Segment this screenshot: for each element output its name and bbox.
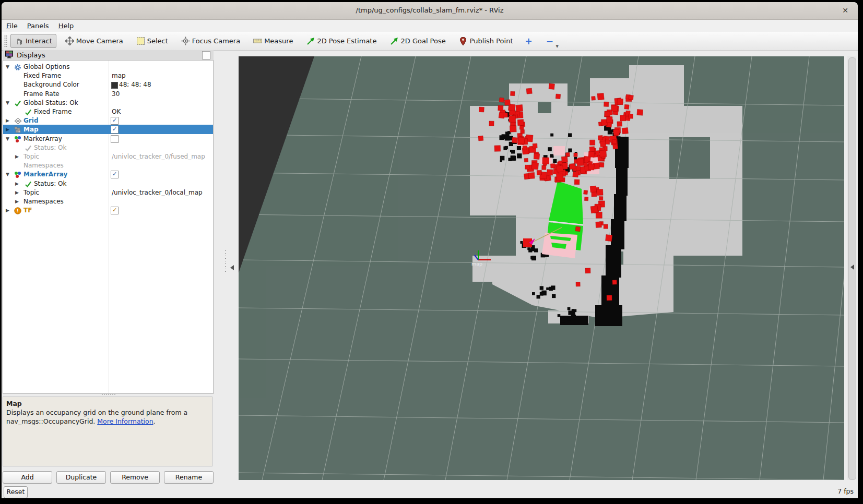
remove-button[interactable]: Remove	[110, 471, 160, 484]
occupied-cell	[552, 294, 555, 298]
property-value[interactable]: 48; 48; 48	[119, 81, 151, 88]
color-swatch	[111, 82, 118, 89]
keyframe-marker	[599, 162, 604, 167]
keyframe-marker	[589, 147, 595, 152]
occupied-cells	[616, 167, 628, 196]
menu-item-file[interactable]: File	[2, 21, 22, 31]
add-tool-button[interactable]: +	[522, 35, 535, 47]
expander-open-icon[interactable]: ▼	[6, 64, 9, 69]
occupied-cell	[505, 147, 507, 149]
expander-closed-icon[interactable]: ▶	[15, 190, 19, 195]
visibility-checkbox[interactable]: ✓	[111, 207, 119, 214]
keyframe-marker	[592, 96, 596, 100]
keyframe-marker	[550, 164, 555, 169]
tree-row-fixed-frame[interactable]: Fixed FrameOK	[3, 107, 213, 116]
tree-row-topic[interactable]: ▶Topic/univloc_tracker_0/local_map	[3, 188, 213, 197]
panel-float-button[interactable]	[202, 51, 210, 59]
tree-row-markerarray[interactable]: ▼MarkerArray✓	[3, 170, 213, 179]
map-hole	[538, 102, 551, 113]
keyframe-marker	[574, 153, 577, 157]
keyframe-marker	[557, 165, 563, 172]
panel-splitter[interactable]	[101, 393, 116, 396]
occupied-cell	[568, 149, 572, 152]
keyframe-marker	[604, 102, 609, 106]
tool-select[interactable]: Select	[132, 34, 172, 48]
expander-open-icon[interactable]: ▼	[6, 100, 9, 105]
tree-row-frame-rate[interactable]: Frame Rate30	[3, 89, 213, 99]
collapse-left-icon[interactable]	[230, 265, 234, 270]
tool-pose-estimate[interactable]: 2D Pose Estimate	[302, 34, 381, 48]
tree-row-grid[interactable]: ▶Grid✓	[3, 116, 213, 125]
keyframe-marker	[588, 164, 595, 170]
menu-item-help[interactable]: Help	[54, 21, 79, 31]
keyframe-marker	[584, 190, 588, 195]
visibility-checkbox[interactable]: ✓	[111, 117, 119, 125]
visibility-checkbox[interactable]: ✓	[111, 171, 119, 178]
keyframe-marker	[590, 186, 597, 193]
close-icon[interactable]: ✕	[840, 5, 850, 16]
occupied-cell	[520, 241, 523, 244]
duplicate-button[interactable]: Duplicate	[56, 471, 106, 484]
menu-item-panels[interactable]: Panels	[22, 21, 54, 31]
more-information-link[interactable]: More Information	[97, 417, 153, 425]
render-viewport[interactable]: map	[239, 56, 844, 480]
rename-button[interactable]: Rename	[164, 471, 214, 484]
tree-row-fixed-frame[interactable]: Fixed Framemap	[3, 71, 213, 80]
keyframe-marker	[565, 152, 570, 157]
tool-interact[interactable]: Interact	[10, 34, 56, 48]
select-icon	[136, 37, 145, 45]
tree-row-topic[interactable]: ▶Topic/univloc_tracker_0/fused_map	[3, 152, 213, 161]
tree-row-global-status-ok[interactable]: ▼Global Status: Ok	[3, 98, 213, 107]
expander-open-icon[interactable]: ▼	[6, 172, 9, 177]
tree-row-status-ok[interactable]: Status: Ok	[3, 143, 213, 152]
keyframe-marker	[611, 105, 618, 112]
add-button[interactable]: Add	[3, 471, 52, 484]
keyframe-marker	[590, 206, 598, 213]
display-actions: AddDuplicateRemoveRename	[3, 471, 214, 484]
property-value[interactable]: /univloc_tracker_0/fused_map	[112, 153, 205, 160]
expander-closed-icon[interactable]: ▶	[6, 118, 9, 123]
tree-row-map[interactable]: ▶Map✓	[3, 125, 213, 134]
tool-move-camera[interactable]: Move Camera	[61, 34, 127, 48]
expander-closed-icon[interactable]: ▶	[6, 127, 9, 132]
tree-row-namespaces[interactable]: ▶Namespaces	[3, 197, 213, 206]
expander-closed-icon[interactable]: ▶	[15, 154, 19, 159]
keyframe-marker	[624, 104, 629, 109]
toolbar-drag-handle[interactable]	[4, 35, 7, 47]
left-splitter-dots[interactable]	[224, 249, 227, 272]
remove-tool-button[interactable]: −▼	[543, 35, 557, 47]
expander-closed-icon[interactable]: ▶	[15, 199, 19, 204]
property-value[interactable]: map	[112, 72, 126, 79]
tree-row-namespaces[interactable]: Namespaces	[3, 161, 213, 170]
keyframe-marker	[525, 165, 529, 169]
expander-closed-icon[interactable]: ▶	[6, 208, 9, 213]
collapse-right-icon[interactable]	[850, 265, 854, 270]
displays-panel-title: Displays	[17, 51, 45, 59]
keyframe-marker	[557, 174, 563, 181]
property-value[interactable]: OK	[112, 108, 121, 115]
keyframe-marker	[510, 125, 516, 132]
tree-row-global-options[interactable]: ▼Global Options	[3, 62, 213, 71]
tool-goal-pose[interactable]: 2D Goal Pose	[385, 34, 450, 48]
tree-row-markerarray[interactable]: ▼MarkerArray	[3, 134, 213, 143]
property-value[interactable]: /univloc_tracker_0/local_map	[112, 189, 203, 196]
tree-row-status-ok[interactable]: ▶Status: Ok	[3, 179, 213, 188]
3d-scene[interactable]: map	[239, 56, 844, 480]
property-value[interactable]: 30	[112, 90, 120, 98]
expander-open-icon[interactable]: ▼	[6, 136, 9, 141]
tool-measure[interactable]: Measure	[249, 34, 297, 48]
visibility-checkbox[interactable]	[111, 135, 119, 143]
occupied-cell	[505, 136, 510, 140]
visibility-checkbox[interactable]: ✓	[111, 126, 119, 134]
tool-focus-camera[interactable]: Focus Camera	[177, 34, 244, 48]
tree-row-tf[interactable]: ▶!TF✓	[3, 206, 213, 215]
expander-closed-icon[interactable]: ▶	[15, 181, 19, 186]
keyframe-marker	[533, 143, 537, 148]
occupied-cell	[553, 159, 557, 163]
keyframe-marker	[607, 117, 613, 123]
tree-row-background-color[interactable]: Background Color48; 48; 48	[3, 80, 213, 89]
keyframe-marker	[479, 107, 484, 112]
reset-button[interactable]: Reset	[4, 486, 28, 498]
menu-bar: FilePanelsHelp	[2, 20, 858, 32]
tool-publish-point[interactable]: Publish Point	[455, 34, 517, 48]
